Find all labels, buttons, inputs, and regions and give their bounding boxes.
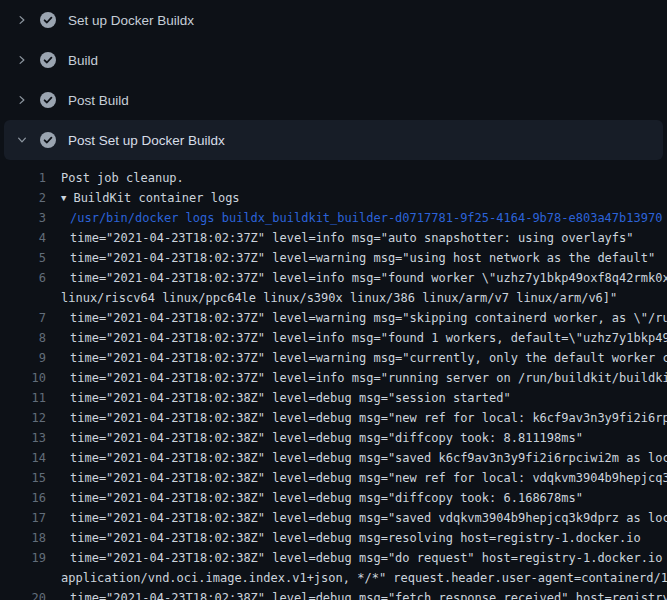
log-text: ▼BuildKit container logs xyxy=(61,188,240,208)
log-text: time="2021-04-23T18:02:38Z" level=debug … xyxy=(70,468,667,488)
chevron-down-icon xyxy=(14,132,30,148)
log-text: time="2021-04-23T18:02:37Z" level=warnin… xyxy=(70,248,655,268)
log-line: 20time="2021-04-23T18:02:38Z" level=debu… xyxy=(0,588,667,600)
workflow-log-viewer: Set up Docker Buildx Build Post Build Po… xyxy=(0,0,667,600)
log-line-number[interactable]: 7 xyxy=(0,308,46,328)
chevron-right-icon xyxy=(14,92,30,108)
log-line: 18time="2021-04-23T18:02:38Z" level=debu… xyxy=(0,528,667,548)
step-header-setup-docker-buildx[interactable]: Set up Docker Buildx xyxy=(4,0,663,40)
step-label: Post Set up Docker Buildx xyxy=(68,133,225,148)
group-collapse-icon[interactable]: ▼ xyxy=(61,188,66,208)
log-line-number[interactable]: 5 xyxy=(0,248,46,268)
log-line-number xyxy=(0,288,46,308)
log-line: 2▼BuildKit container logs xyxy=(0,188,667,208)
log-text: application/vnd.oci.image.index.v1+json,… xyxy=(61,568,667,588)
log-text: time="2021-04-23T18:02:38Z" level=debug … xyxy=(70,528,641,548)
log-line-continuation: linux/riscv64 linux/ppc64le linux/s390x … xyxy=(0,288,667,308)
log-text: time="2021-04-23T18:02:37Z" level=info m… xyxy=(70,268,667,288)
log-line-number[interactable]: 14 xyxy=(0,448,46,468)
log-text: linux/riscv64 linux/ppc64le linux/s390x … xyxy=(61,288,617,308)
log-line-number[interactable]: 18 xyxy=(0,528,46,548)
log-line: 13time="2021-04-23T18:02:38Z" level=debu… xyxy=(0,428,667,448)
step-label: Set up Docker Buildx xyxy=(68,13,194,28)
log-line-number[interactable]: 2 xyxy=(0,188,46,208)
log-line-number[interactable]: 10 xyxy=(0,368,46,388)
log-line-number[interactable]: 1 xyxy=(0,168,46,188)
log-text: time="2021-04-23T18:02:38Z" level=debug … xyxy=(70,548,667,568)
log-text: Post job cleanup. xyxy=(61,168,184,188)
log-text: time="2021-04-23T18:02:37Z" level=warnin… xyxy=(70,308,667,328)
chevron-right-icon xyxy=(14,52,30,68)
log-line-number[interactable]: 19 xyxy=(0,548,46,568)
log-line-number[interactable]: 9 xyxy=(0,348,46,368)
log-line-number[interactable]: 15 xyxy=(0,468,46,488)
log-output: 1Post job cleanup.2▼BuildKit container l… xyxy=(0,160,667,600)
log-line: 15time="2021-04-23T18:02:38Z" level=debu… xyxy=(0,468,667,488)
log-line-number[interactable]: 4 xyxy=(0,228,46,248)
log-line-number xyxy=(0,568,46,588)
step-label: Build xyxy=(68,53,98,68)
log-line-continuation: application/vnd.oci.image.index.v1+json,… xyxy=(0,568,667,588)
step-header-post-build[interactable]: Post Build xyxy=(4,80,663,120)
log-line: 12time="2021-04-23T18:02:38Z" level=debu… xyxy=(0,408,667,428)
log-line-number[interactable]: 16 xyxy=(0,488,46,508)
log-line-number[interactable]: 20 xyxy=(0,588,46,600)
log-line: 16time="2021-04-23T18:02:38Z" level=debu… xyxy=(0,488,667,508)
log-line: 17time="2021-04-23T18:02:38Z" level=debu… xyxy=(0,508,667,528)
log-line: 7time="2021-04-23T18:02:37Z" level=warni… xyxy=(0,308,667,328)
log-line: 19time="2021-04-23T18:02:38Z" level=debu… xyxy=(0,548,667,568)
chevron-right-icon xyxy=(14,12,30,28)
success-check-icon xyxy=(40,132,56,148)
log-line: 3/usr/bin/docker logs buildx_buildkit_bu… xyxy=(0,208,667,228)
log-text: time="2021-04-23T18:02:38Z" level=debug … xyxy=(70,488,583,508)
log-line: 14time="2021-04-23T18:02:38Z" level=debu… xyxy=(0,448,667,468)
log-line-number[interactable]: 6 xyxy=(0,268,46,288)
success-check-icon xyxy=(40,12,56,28)
log-line: 1Post job cleanup. xyxy=(0,168,667,188)
log-line-number[interactable]: 11 xyxy=(0,388,46,408)
log-text: time="2021-04-23T18:02:37Z" level=info m… xyxy=(70,228,634,248)
log-line: 9time="2021-04-23T18:02:37Z" level=warni… xyxy=(0,348,667,368)
log-text: time="2021-04-23T18:02:37Z" level=info m… xyxy=(70,328,667,348)
log-line: 6time="2021-04-23T18:02:37Z" level=info … xyxy=(0,268,667,288)
log-text: time="2021-04-23T18:02:38Z" level=debug … xyxy=(70,508,667,528)
log-text: time="2021-04-23T18:02:38Z" level=debug … xyxy=(70,428,583,448)
log-line: 5time="2021-04-23T18:02:37Z" level=warni… xyxy=(0,248,667,268)
log-line: 10time="2021-04-23T18:02:37Z" level=info… xyxy=(0,368,667,388)
step-header-build[interactable]: Build xyxy=(4,40,663,80)
success-check-icon xyxy=(40,52,56,68)
log-text: time="2021-04-23T18:02:38Z" level=debug … xyxy=(70,408,667,428)
log-line-number[interactable]: 8 xyxy=(0,328,46,348)
log-text: time="2021-04-23T18:02:37Z" level=warnin… xyxy=(70,348,667,368)
log-line: 4time="2021-04-23T18:02:37Z" level=info … xyxy=(0,228,667,248)
log-line: 8time="2021-04-23T18:02:37Z" level=info … xyxy=(0,328,667,348)
log-line-number[interactable]: 12 xyxy=(0,408,46,428)
step-label: Post Build xyxy=(68,93,129,108)
log-command-text: /usr/bin/docker logs buildx_buildkit_bui… xyxy=(70,208,662,228)
log-text: time="2021-04-23T18:02:37Z" level=info m… xyxy=(70,368,667,388)
log-line-number[interactable]: 13 xyxy=(0,428,46,448)
log-line-number[interactable]: 3 xyxy=(0,208,46,228)
step-header-post-setup-docker-buildx[interactable]: Post Set up Docker Buildx xyxy=(4,120,663,160)
success-check-icon xyxy=(40,92,56,108)
log-text: time="2021-04-23T18:02:38Z" level=debug … xyxy=(70,588,667,600)
log-line: 11time="2021-04-23T18:02:38Z" level=debu… xyxy=(0,388,667,408)
log-text: time="2021-04-23T18:02:38Z" level=debug … xyxy=(70,388,511,408)
log-line-number[interactable]: 17 xyxy=(0,508,46,528)
log-text: time="2021-04-23T18:02:38Z" level=debug … xyxy=(70,448,667,468)
